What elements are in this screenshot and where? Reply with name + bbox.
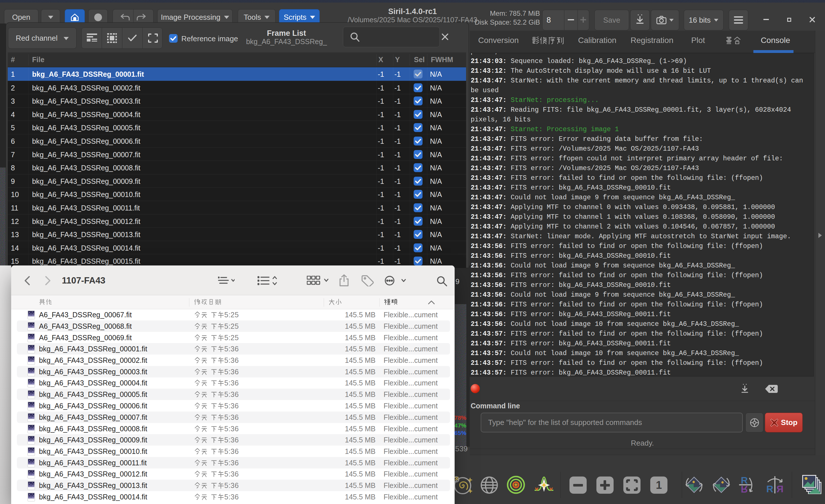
svg-text:R: R xyxy=(741,484,748,495)
svg-text:R: R xyxy=(776,483,783,494)
svg-text:R: R xyxy=(766,483,773,494)
